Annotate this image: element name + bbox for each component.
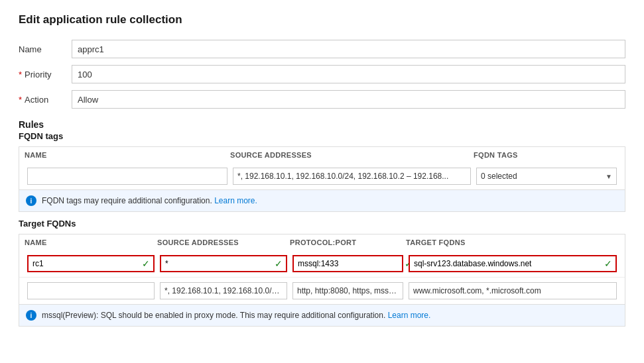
fqdn-tags-info-bar: i FQDN tags may require additional confi… — [19, 190, 625, 212]
fqdn-tags-info-text: FQDN tags may require additional configu… — [42, 196, 212, 205]
target-proto-text-2: http, http:8080, https, mssql:1433 — [297, 286, 399, 295]
target-fqdns-header-row: NAME SOURCE ADDRESSES PROTOCOL:PORT TARG… — [19, 234, 625, 250]
info-icon: i — [26, 195, 36, 206]
target-col-header-proto: PROTOCOL:PORT — [290, 238, 406, 246]
check-icon-src-1: ✓ — [271, 258, 286, 269]
name-row: Name — [19, 40, 625, 58]
target-proto-cell-2: http, http:8080, https, mssql:1433 — [290, 280, 406, 301]
target-proto-input-1[interactable] — [294, 256, 401, 271]
target-col-header-fqdn: TARGET FQDNS — [406, 238, 619, 246]
fqdn-tags-heading: FQDN tags — [19, 131, 625, 141]
target-proto-cell-1: ✓ — [290, 253, 406, 274]
fqdn-tags-table: NAME SOURCE ADDRESSES FQDN TAGS *, 192.1… — [19, 146, 625, 190]
fqdn-name-cell — [25, 166, 230, 187]
target-name-input-2[interactable] — [27, 282, 155, 299]
fqdn-col-header-name: NAME — [25, 151, 230, 159]
page-title: Edit application rule collection — [19, 13, 625, 26]
check-icon-1: ✓ — [139, 258, 153, 269]
fqdn-src-select[interactable]: *, 192.168.10.1, 192.168.10.0/24, 192.16… — [233, 168, 471, 185]
target-src-cell-2: *, 192.168.10.1, 192.168.10.0/24, 192.16… — [157, 280, 290, 301]
fqdn-src-cell: *, 192.168.10.1, 192.168.10.0/24, 192.16… — [230, 166, 474, 187]
target-fqdn-cell-2: www.microsoft.com, *.microsoft.com — [406, 280, 619, 301]
target-info-icon: i — [26, 310, 36, 321]
target-name-cell-1: ✓ — [25, 253, 157, 274]
target-src-cell-1: ✓ — [157, 253, 290, 274]
priority-label: *Priority — [19, 70, 72, 79]
name-label: Name — [19, 44, 72, 54]
target-src-select-1[interactable]: ✓ — [160, 255, 287, 272]
check-icon-fqdn-1: ✓ — [601, 258, 615, 269]
rules-heading: Rules — [19, 119, 625, 130]
target-proto-select-2[interactable]: http, http:8080, https, mssql:1433 — [292, 282, 403, 299]
fqdn-tags-select[interactable]: 0 selected ▼ — [476, 168, 617, 185]
name-input[interactable] — [72, 40, 625, 58]
target-fqdn-input-1[interactable] — [410, 256, 601, 271]
fqdn-tags-learn-more-link[interactable]: Learn more. — [214, 196, 257, 205]
priority-row: *Priority — [19, 65, 625, 83]
target-src-text-2: *, 192.168.10.1, 192.168.10.0/24, 192.16… — [164, 286, 283, 295]
action-required: * — [19, 95, 22, 105]
action-label: *Action — [19, 95, 72, 105]
target-proto-select-1[interactable]: ✓ — [292, 255, 403, 272]
target-fqdns-info-text: mssql(Preview): SQL should be enabled in… — [42, 311, 385, 320]
target-src-select-2[interactable]: *, 192.168.10.1, 192.168.10.0/24, 192.16… — [160, 282, 287, 299]
target-fqdns-row-1: ✓ ✓ ✓ ✓ — [19, 250, 625, 278]
target-fqdn-input-wrapper-1[interactable]: ✓ — [409, 255, 617, 272]
fqdn-col-header-tags: FQDN TAGS — [474, 151, 619, 159]
target-fqdns-table: NAME SOURCE ADDRESSES PROTOCOL:PORT TARG… — [19, 234, 625, 305]
fqdn-col-header-src: SOURCE ADDRESSES — [230, 151, 474, 159]
fqdn-tags-row-1: *, 192.168.10.1, 192.168.10.0/24, 192.16… — [19, 163, 625, 189]
target-name-input-1[interactable] — [29, 256, 139, 271]
target-src-input-1[interactable] — [161, 256, 271, 271]
fqdn-name-input[interactable] — [27, 168, 227, 185]
target-fqdns-row-2: *, 192.168.10.1, 192.168.10.0/24, 192.16… — [19, 278, 625, 304]
fqdn-tags-select-text: 0 selected — [481, 172, 517, 181]
priority-input[interactable] — [72, 65, 625, 83]
target-fqdns-info-bar: i mssql(Preview): SQL should be enabled … — [19, 305, 625, 327]
target-fqdn-select-2[interactable]: www.microsoft.com, *.microsoft.com — [409, 282, 617, 299]
action-input[interactable] — [72, 90, 625, 109]
target-name-select-1[interactable]: ✓ — [27, 255, 155, 272]
fqdn-tags-cell: 0 selected ▼ — [474, 166, 619, 187]
fqdn-tags-header-row: NAME SOURCE ADDRESSES FQDN TAGS — [19, 147, 625, 163]
chevron-down-icon: ▼ — [606, 173, 612, 180]
target-fqdns-heading: Target FQDNs — [19, 219, 625, 229]
target-name-cell-2 — [25, 280, 157, 301]
priority-required: * — [19, 70, 22, 79]
action-row: *Action — [19, 90, 625, 109]
target-col-header-name: NAME — [25, 238, 157, 246]
target-fqdns-learn-more-link[interactable]: Learn more. — [388, 311, 431, 320]
target-col-header-src: SOURCE ADDRESSES — [157, 238, 290, 246]
target-fqdn-text-2: www.microsoft.com, *.microsoft.com — [413, 286, 541, 295]
fqdn-src-select-text: *, 192.168.10.1, 192.168.10.0/24, 192.16… — [237, 172, 448, 181]
target-fqdn-cell-1: ✓ — [406, 253, 619, 274]
